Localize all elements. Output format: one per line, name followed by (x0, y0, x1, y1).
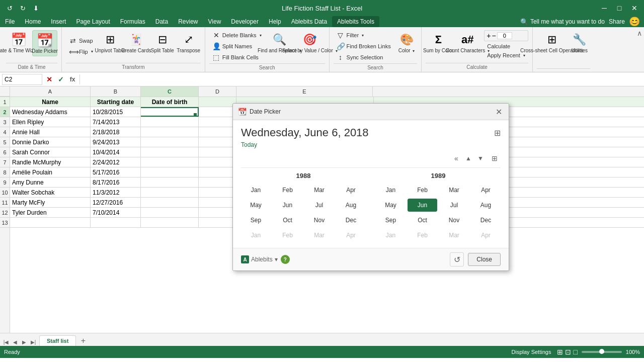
cell-B3[interactable]: 7/14/2013 (91, 117, 141, 127)
utilities-btn[interactable]: 🔧 Utilities (569, 30, 590, 55)
cell-C1[interactable]: Date of birth (141, 97, 199, 107)
cal-month-feb-left[interactable]: Feb (273, 184, 302, 197)
col-header-D[interactable]: D (199, 86, 236, 97)
cell-C11[interactable] (141, 198, 199, 207)
dialog-close-btn[interactable]: ✕ (494, 107, 504, 117)
unpivot-table-btn[interactable]: ⊞ Unpivot Table (98, 30, 122, 55)
prev-year-btn[interactable]: « (450, 152, 462, 164)
maximize-button[interactable]: □ (614, 3, 625, 14)
cell-C9[interactable] (141, 177, 199, 187)
today-link[interactable]: Today (241, 141, 257, 148)
cell-C7[interactable] (141, 157, 199, 167)
cell-A2[interactable]: Wednesday Addams (10, 107, 91, 117)
menu-formulas[interactable]: Formulas (115, 16, 150, 27)
cell-A8[interactable]: Amélie Poulain (10, 167, 91, 177)
count-characters-btn[interactable]: a# Count Characters ▾ (453, 30, 482, 55)
cell-D2[interactable] (199, 107, 236, 117)
sync-selection-btn[interactable]: ↕Sync Selection (334, 52, 394, 62)
row-num-12[interactable]: 12 (0, 208, 10, 218)
cal-month-jun-right[interactable]: Jun (408, 199, 437, 212)
cal-month-jan-right-dim[interactable]: Jan (376, 229, 406, 242)
confirm-formula-btn[interactable]: ✓ (56, 74, 66, 84)
undo-picker-btn[interactable]: ↺ (450, 252, 464, 266)
cell-B7[interactable]: 2/24/2012 (91, 157, 141, 167)
close-button[interactable]: ✕ (629, 3, 640, 14)
ribbon-collapse-btn[interactable]: ∧ (637, 29, 642, 37)
cell-C12[interactable] (141, 208, 199, 217)
cal-month-apr-right[interactable]: Apr (471, 184, 501, 197)
cell-B10[interactable]: 11/3/2012 (91, 188, 141, 197)
menu-home[interactable]: Home (20, 16, 46, 27)
zoom-slider-track[interactable] (582, 351, 622, 353)
cal-month-oct-left[interactable]: Oct (273, 214, 302, 227)
row-num-9[interactable]: 9 (0, 177, 10, 188)
menu-review[interactable]: Review (173, 16, 203, 27)
calculator-icon[interactable]: ⊞ (494, 128, 501, 138)
view-page-break-btn[interactable]: ⊡ (565, 348, 571, 356)
flip-btn[interactable]: ⟺Flip ▾ (66, 47, 96, 57)
menu-developer[interactable]: Developer (226, 16, 264, 27)
cell-C3[interactable] (141, 117, 199, 127)
cell-A10[interactable]: Walter Sobchak (10, 188, 91, 197)
calendar-grid-icon[interactable]: ⊞ (489, 152, 501, 164)
row-num-5[interactable]: 5 (0, 137, 10, 147)
menu-data[interactable]: Data (150, 16, 173, 27)
cell-C4[interactable] (141, 127, 199, 137)
col-header-B[interactable]: B (91, 86, 141, 97)
calculate-input[interactable] (497, 32, 512, 39)
menu-page-layout[interactable]: Page Layout (71, 16, 115, 27)
col-header-C[interactable]: C (141, 86, 199, 97)
create-cards-btn[interactable]: 🃏 Create Cards (124, 30, 148, 55)
cell-B8[interactable]: 5/17/2016 (91, 167, 141, 177)
close-picker-btn[interactable]: Close (468, 253, 501, 266)
cell-A7[interactable]: Randle McMurphy (10, 157, 91, 167)
menu-view[interactable]: View (203, 16, 226, 27)
cal-month-dec-left[interactable]: Dec (336, 214, 366, 227)
cell-B12[interactable]: 7/10/2014 (91, 208, 141, 217)
cell-A5[interactable]: Donnie Darko (10, 137, 91, 147)
col-header-A[interactable]: A (10, 86, 91, 97)
split-table-btn[interactable]: ⊟ Split Table (150, 30, 175, 55)
row-num-10[interactable]: 10 (0, 188, 10, 198)
cell-A1[interactable]: Name (10, 97, 91, 107)
menu-help[interactable]: Help (264, 16, 286, 27)
quick-access-dropdown[interactable]: ⬇ (30, 3, 41, 14)
search-box[interactable]: 🔍 Tell me what you want to do (520, 18, 605, 26)
menu-file[interactable]: File (0, 16, 20, 27)
cal-month-jan-left-dim[interactable]: Jan (241, 229, 271, 242)
row-num-1[interactable]: 1 (0, 97, 10, 107)
redo-quick-btn[interactable]: ↻ (17, 3, 28, 14)
cal-month-nov-right[interactable]: Nov (439, 214, 469, 227)
fill-blank-cells-btn[interactable]: ⬚Fill Blank Cells (209, 52, 265, 62)
share-button[interactable]: Share (609, 18, 625, 25)
sheet-nav-prev[interactable]: ◀ (11, 338, 19, 346)
cal-month-apr-left[interactable]: Apr (336, 184, 366, 197)
cal-month-may-right[interactable]: May (376, 199, 406, 212)
cal-month-nov-left[interactable]: Nov (304, 214, 334, 227)
menu-insert[interactable]: Insert (46, 16, 71, 27)
menu-ablebits-tools[interactable]: Ablebits Tools (332, 16, 379, 27)
cal-month-apr-left-dim[interactable]: Apr (336, 229, 366, 242)
prev-year-down-btn[interactable]: ▼ (474, 152, 487, 164)
date-picker-btn[interactable]: 📆 Date Picker (32, 30, 57, 56)
cell-C5[interactable] (141, 137, 199, 147)
cal-month-mar-left-dim[interactable]: Mar (304, 229, 334, 242)
formula-input[interactable] (82, 75, 642, 84)
display-settings[interactable]: Display Settings (512, 349, 551, 355)
filter-btn[interactable]: ▽Filter ▾ (334, 30, 394, 40)
swap-btn[interactable]: ⇄Swap (66, 36, 96, 46)
cal-month-dec-right[interactable]: Dec (471, 214, 501, 227)
menu-ablebits-data[interactable]: Ablebits Data (286, 16, 332, 27)
cell-D1[interactable] (199, 97, 236, 107)
sheet-nav-last[interactable]: ▶| (29, 338, 37, 346)
cell-A13[interactable] (10, 218, 91, 227)
sheet-nav-next[interactable]: ▶ (20, 338, 28, 346)
cell-C10[interactable] (141, 188, 199, 197)
cell-B9[interactable]: 8/17/2016 (91, 177, 141, 187)
cal-month-mar-right[interactable]: Mar (439, 184, 469, 197)
name-box[interactable]: C2 (2, 74, 42, 85)
color-btn[interactable]: 🎨 Color ▾ (396, 30, 418, 55)
cell-C2[interactable] (141, 107, 199, 117)
cell-A6[interactable]: Sarah Connor (10, 147, 91, 157)
cal-month-sep-left[interactable]: Sep (241, 214, 271, 227)
